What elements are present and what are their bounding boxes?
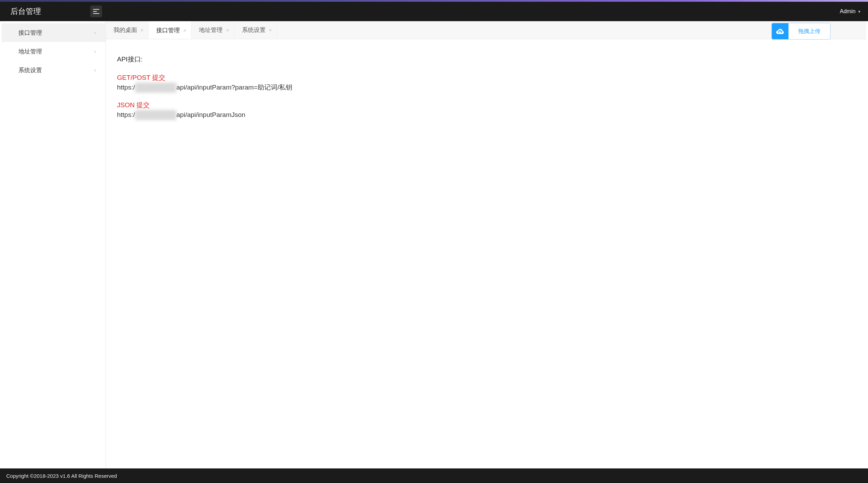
svg-point-2 bbox=[779, 30, 781, 31]
url-redacted: /xxxxxxxxxxxx bbox=[135, 110, 176, 120]
api-url-json: https://xxxxxxxxxxxxapi/api/inputParamJs… bbox=[117, 110, 855, 120]
close-icon[interactable]: × bbox=[183, 28, 186, 33]
upload-dropzone[interactable]: 拖拽上传 bbox=[771, 23, 831, 40]
footer-bar: Copyright ©2018-2023 v1.6 All Rights Res… bbox=[0, 468, 868, 483]
tab-address[interactable]: 地址管理 × bbox=[191, 21, 234, 39]
api-block-title: JSON 提交 bbox=[117, 100, 855, 110]
header-bar: 后台管理 Admin ▼ bbox=[0, 2, 868, 21]
close-icon[interactable]: × bbox=[226, 27, 229, 33]
sidebar-item-settings[interactable]: 系统设置 › bbox=[2, 61, 106, 79]
close-icon[interactable]: × bbox=[269, 27, 272, 33]
api-block-getpost: GET/POST 提交 https://xxxxxxxxxxxxapi/api/… bbox=[117, 73, 855, 93]
footer-text: Copyright ©2018-2023 v1.6 All Rights Res… bbox=[6, 473, 117, 479]
sidebar-toggle-button[interactable] bbox=[90, 6, 102, 17]
tab-settings[interactable]: 系统设置 × bbox=[234, 21, 277, 39]
content-heading: API接口: bbox=[117, 54, 855, 65]
svg-point-1 bbox=[781, 31, 782, 33]
sidebar-item-label: 接口管理 bbox=[18, 29, 42, 37]
tab-api[interactable]: 接口管理 × bbox=[149, 21, 191, 39]
cloud-upload-icon bbox=[772, 23, 788, 39]
tab-label: 接口管理 bbox=[156, 26, 180, 34]
sidebar-item-address[interactable]: 地址管理 › bbox=[2, 42, 106, 61]
api-block-json: JSON 提交 https://xxxxxxxxxxxxapi/api/inpu… bbox=[117, 100, 855, 120]
tab-label: 地址管理 bbox=[199, 26, 223, 34]
sidebar-item-label: 地址管理 bbox=[18, 48, 42, 56]
url-suffix: api/api/inputParamJson bbox=[176, 111, 245, 118]
user-name: Admin bbox=[840, 8, 856, 15]
main-area: 我的桌面 × 接口管理 × 地址管理 × 系统设置 × API接口: GET/P… bbox=[106, 21, 866, 468]
close-icon[interactable]: × bbox=[141, 27, 143, 33]
url-suffix: api/api/inputParam?param=助记词/私钥 bbox=[176, 84, 292, 91]
url-redacted: /xxxxxxxxxxxx bbox=[135, 83, 176, 93]
tab-desktop[interactable]: 我的桌面 × bbox=[106, 21, 149, 39]
tab-label: 我的桌面 bbox=[114, 26, 137, 34]
content-panel: API接口: GET/POST 提交 https://xxxxxxxxxxxxa… bbox=[106, 39, 866, 468]
upload-label: 拖拽上传 bbox=[788, 28, 830, 35]
chevron-right-icon: › bbox=[94, 49, 96, 54]
user-menu[interactable]: Admin ▼ bbox=[840, 8, 861, 15]
menu-collapse-icon bbox=[93, 9, 99, 14]
chevron-right-icon: › bbox=[94, 67, 96, 73]
sidebar-item-label: 系统设置 bbox=[18, 66, 42, 74]
url-prefix: https:/ bbox=[117, 84, 135, 91]
svg-point-0 bbox=[778, 31, 779, 33]
url-prefix: https:/ bbox=[117, 111, 135, 118]
tab-bar: 我的桌面 × 接口管理 × 地址管理 × 系统设置 × bbox=[106, 21, 866, 39]
sidebar: 接口管理 › 地址管理 › 系统设置 › bbox=[2, 21, 106, 468]
sidebar-item-api[interactable]: 接口管理 › bbox=[2, 23, 106, 42]
caret-down-icon: ▼ bbox=[858, 10, 861, 14]
brand-title: 后台管理 bbox=[10, 6, 80, 17]
tab-label: 系统设置 bbox=[242, 26, 266, 34]
chevron-right-icon: › bbox=[94, 30, 96, 35]
api-url-getpost: https://xxxxxxxxxxxxapi/api/inputParam?p… bbox=[117, 83, 855, 93]
api-block-title: GET/POST 提交 bbox=[117, 73, 855, 83]
